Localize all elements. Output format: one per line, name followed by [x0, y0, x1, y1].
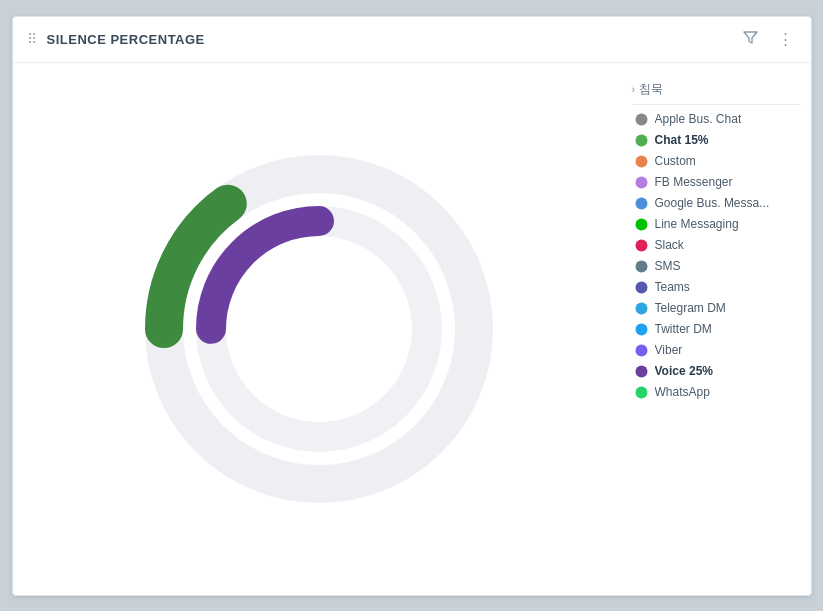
- teams-label: Teams: [655, 280, 690, 294]
- legend-group-label: 침묵: [639, 81, 663, 98]
- custom-label: Custom: [655, 154, 696, 168]
- teams-icon: [634, 280, 649, 295]
- whatsapp-label: WhatsApp: [655, 385, 710, 399]
- svg-point-16: [635, 365, 647, 377]
- legend-item[interactable]: Google Bus. Messa...: [632, 193, 801, 214]
- donut-chart-area: [13, 63, 626, 595]
- legend-items-list: Apple Bus. ChatChat 15%CustomFB Messenge…: [632, 109, 801, 403]
- apple-bus-chat-icon: [634, 112, 649, 127]
- svg-point-7: [635, 176, 647, 188]
- svg-point-5: [635, 134, 647, 146]
- telegram-dm-label: Telegram DM: [655, 301, 726, 315]
- svg-point-11: [635, 260, 647, 272]
- chat-label: Chat 15%: [655, 133, 709, 147]
- voice-label: Voice 25%: [655, 364, 713, 378]
- viber-label: Viber: [655, 343, 683, 357]
- voice-icon: [634, 364, 649, 379]
- apple-bus-chat-label: Apple Bus. Chat: [655, 112, 742, 126]
- legend-item[interactable]: Line Messaging: [632, 214, 801, 235]
- svg-point-8: [635, 197, 647, 209]
- fb-messenger-label: FB Messenger: [655, 175, 733, 189]
- slack-icon: [634, 238, 649, 253]
- twitter-dm-label: Twitter DM: [655, 322, 712, 336]
- svg-point-13: [635, 302, 647, 314]
- legend-item[interactable]: Chat 15%: [632, 130, 801, 151]
- legend-item[interactable]: Custom: [632, 151, 801, 172]
- legend-item[interactable]: Voice 25%: [632, 361, 801, 382]
- legend-item[interactable]: Twitter DM: [632, 319, 801, 340]
- legend-item[interactable]: Apple Bus. Chat: [632, 109, 801, 130]
- chat-icon: [634, 133, 649, 148]
- whatsapp-icon: [634, 385, 649, 400]
- line-messaging-icon: [634, 217, 649, 232]
- legend-group-header[interactable]: › 침묵: [632, 77, 801, 105]
- viber-icon: [634, 343, 649, 358]
- legend-panel: › 침묵 Apple Bus. ChatChat 15%CustomFB Mes…: [626, 63, 811, 595]
- legend-item[interactable]: WhatsApp: [632, 382, 801, 403]
- legend-item[interactable]: Viber: [632, 340, 801, 361]
- card-title: SILENCE PERCENTAGE: [47, 32, 205, 47]
- sms-label: SMS: [655, 259, 681, 273]
- svg-point-14: [635, 323, 647, 335]
- legend-item[interactable]: Slack: [632, 235, 801, 256]
- custom-icon: [634, 154, 649, 169]
- svg-point-10: [635, 239, 647, 251]
- svg-point-12: [635, 281, 647, 293]
- svg-point-4: [635, 113, 647, 125]
- svg-point-17: [635, 386, 647, 398]
- google-bus-messa-icon: [634, 196, 649, 211]
- header-right: ⋮: [739, 28, 797, 50]
- sms-icon: [634, 259, 649, 274]
- svg-point-15: [635, 344, 647, 356]
- legend-item[interactable]: Teams: [632, 277, 801, 298]
- silence-percentage-card: ⠿ SILENCE PERCENTAGE ⋮: [12, 16, 812, 596]
- telegram-dm-icon: [634, 301, 649, 316]
- more-options-icon[interactable]: ⋮: [774, 28, 797, 50]
- legend-item[interactable]: SMS: [632, 256, 801, 277]
- legend-item[interactable]: Telegram DM: [632, 298, 801, 319]
- svg-point-6: [635, 155, 647, 167]
- filter-icon[interactable]: [739, 28, 762, 50]
- twitter-dm-icon: [634, 322, 649, 337]
- legend-item[interactable]: FB Messenger: [632, 172, 801, 193]
- drag-handle-icon[interactable]: ⠿: [27, 31, 37, 47]
- donut-chart: [129, 139, 509, 519]
- fb-messenger-icon: [634, 175, 649, 190]
- google-bus-messa-label: Google Bus. Messa...: [655, 196, 770, 210]
- svg-point-9: [635, 218, 647, 230]
- slack-label: Slack: [655, 238, 684, 252]
- legend-group-arrow-icon: ›: [632, 84, 635, 95]
- line-messaging-label: Line Messaging: [655, 217, 739, 231]
- card-content: › 침묵 Apple Bus. ChatChat 15%CustomFB Mes…: [13, 63, 811, 595]
- header-left: ⠿ SILENCE PERCENTAGE: [27, 31, 205, 47]
- card-header: ⠿ SILENCE PERCENTAGE ⋮: [13, 17, 811, 63]
